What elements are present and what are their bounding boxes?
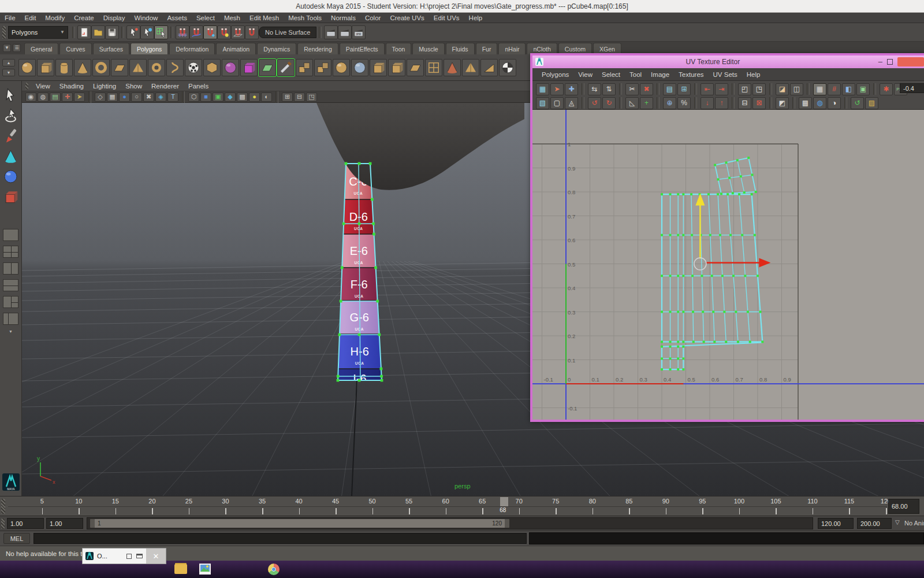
restore-icon[interactable] xyxy=(126,554,132,559)
shelf-combine[interactable] xyxy=(296,59,313,76)
shelf-smooth[interactable] xyxy=(351,59,368,76)
menu-view[interactable]: View xyxy=(31,83,55,90)
normalize-uvs-button[interactable]: ◰ xyxy=(738,83,751,95)
menu-image[interactable]: Image xyxy=(646,71,674,78)
refresh-uvs-button[interactable]: ↺ xyxy=(851,97,864,109)
menu-mesh[interactable]: Mesh xyxy=(219,14,245,21)
menu-select[interactable]: Select xyxy=(192,14,219,21)
shaded-mode-button[interactable]: ● xyxy=(119,92,130,102)
render-current-frame-button[interactable] xyxy=(338,25,352,39)
menu-edit-mesh[interactable]: Edit Mesh xyxy=(245,14,284,21)
menu-edit[interactable]: Edit xyxy=(20,14,41,21)
new-scene-button[interactable] xyxy=(77,25,91,39)
move-uv-shell-tool[interactable]: ✚ xyxy=(565,83,578,95)
move-tool[interactable] xyxy=(3,149,18,164)
menu-display[interactable]: Display xyxy=(99,14,130,21)
render-view-button[interactable] xyxy=(324,25,338,39)
shelf-menu-button[interactable]: ☰ xyxy=(13,44,21,52)
uv-lattice-grid-button[interactable]: ▧ xyxy=(536,97,549,109)
maximize-icon[interactable] xyxy=(136,554,143,558)
uv-snapshot-button[interactable]: ✱ xyxy=(880,83,893,95)
shelf-spike-deform[interactable] xyxy=(444,59,461,76)
snap-grid-button[interactable] xyxy=(176,25,189,39)
shelf-poly-pyramid[interactable] xyxy=(129,59,147,76)
shelf-bevel[interactable] xyxy=(388,59,405,76)
range-slider-track[interactable]: 1 120 xyxy=(87,517,813,529)
hud-text-button[interactable]: T xyxy=(167,92,178,102)
menu-polygons[interactable]: Polygons xyxy=(537,71,573,78)
close-button[interactable] xyxy=(897,57,924,66)
three-pane-split-layout-button[interactable] xyxy=(3,296,18,308)
shelf-wedge-face[interactable] xyxy=(480,59,498,76)
shelf-poly-helix[interactable] xyxy=(166,59,184,76)
minimized-outliner-window[interactable]: O... ✕ xyxy=(82,548,166,564)
menu-lighting[interactable]: Lighting xyxy=(88,83,121,90)
anim-end-field[interactable]: 200.00 xyxy=(857,518,892,529)
uv-editor-canvas[interactable]: -0.100.10.20.30.40.50.60.70.80.910.90.80… xyxy=(532,110,924,420)
menu-view[interactable]: View xyxy=(573,71,597,78)
align-min-u-button[interactable]: ⇤ xyxy=(701,83,714,95)
close-icon[interactable]: ✕ xyxy=(146,549,166,564)
spread-uvs-button[interactable]: ⊠ xyxy=(752,97,766,109)
menu-modify[interactable]: Modify xyxy=(40,14,69,21)
bake-texture-button[interactable]: ▨ xyxy=(865,97,878,109)
flip-image-button[interactable]: ◩ xyxy=(776,97,789,109)
select-object-button[interactable] xyxy=(140,25,154,39)
shelf-bridge[interactable] xyxy=(407,59,424,76)
command-result-field[interactable] xyxy=(529,532,924,544)
shelf-tab-polygons[interactable]: Polygons xyxy=(131,43,168,54)
shelf-poke-face[interactable] xyxy=(462,59,479,76)
menu-normals[interactable]: Normals xyxy=(326,14,360,21)
menu-create-uvs[interactable]: Create UVs xyxy=(385,14,429,21)
snap-projected-center-button[interactable] xyxy=(217,25,231,39)
shelf-mirror-geometry[interactable] xyxy=(259,59,276,76)
grid-toggle-button[interactable]: ▦ xyxy=(107,92,118,102)
shelf-tab-dynamics[interactable]: Dynamics xyxy=(257,43,296,54)
rotate-uvs-ccw-button[interactable]: ↺ xyxy=(588,97,601,109)
menu-tool[interactable]: Tool xyxy=(625,71,646,78)
flip-u-button[interactable]: ⇆ xyxy=(588,83,601,95)
align-min-v-button[interactable]: ↓ xyxy=(701,97,714,109)
command-input[interactable] xyxy=(33,533,527,544)
playback-end-field[interactable]: 120.00 xyxy=(818,518,854,529)
status-line-gripper[interactable] xyxy=(2,26,6,39)
outliner-persp-layout-button[interactable] xyxy=(3,313,18,325)
playback-start-field[interactable]: 1.00 xyxy=(7,518,44,529)
panel-menu-gripper[interactable] xyxy=(25,83,28,90)
wireframe-on-shaded-button[interactable]: ▣ xyxy=(213,92,223,102)
shaded-display-button[interactable]: ■ xyxy=(200,92,211,102)
paint-effects-button[interactable]: ➤ xyxy=(74,92,85,102)
select-shortest-path-button[interactable]: ◬ xyxy=(565,97,578,109)
menu-help[interactable]: Help xyxy=(742,71,765,78)
frame-selected-button[interactable]: ⊟ xyxy=(294,92,305,102)
two-pane-stacked-layout-button[interactable] xyxy=(3,279,18,291)
display-image-button[interactable]: ◪ xyxy=(776,83,789,95)
shelf-tab-xgen[interactable]: XGen xyxy=(593,43,621,54)
shelf-uv-cube-projection[interactable] xyxy=(240,59,258,76)
shelf-tab-muscle[interactable]: Muscle xyxy=(412,43,444,54)
camera-attributes-button[interactable]: ◉ xyxy=(25,92,36,102)
toolbox-more-button[interactable]: ▼ xyxy=(9,329,13,334)
command-line-language-button[interactable]: MEL xyxy=(3,533,30,544)
shelf-poly-cone[interactable] xyxy=(74,59,91,76)
menu-assets[interactable]: Assets xyxy=(162,14,192,21)
single-pane-layout-button[interactable] xyxy=(3,229,18,241)
open-scene-button[interactable] xyxy=(91,25,105,39)
shelf-boolean-union[interactable] xyxy=(333,59,350,76)
menu-shading[interactable]: Shading xyxy=(55,83,88,90)
split-uvs-button[interactable]: ✖ xyxy=(640,83,653,95)
rgb-channels-button[interactable]: ◍ xyxy=(813,97,826,109)
key-light-button[interactable]: ● xyxy=(249,92,260,102)
shelf-checker-material[interactable] xyxy=(499,59,516,76)
shelf-poly-plane[interactable] xyxy=(111,59,128,76)
menu-mesh-tools[interactable]: Mesh Tools xyxy=(284,14,326,21)
photos-icon[interactable] xyxy=(199,563,211,575)
select-hierarchy-button[interactable] xyxy=(126,25,140,39)
shelf-tab-nhair[interactable]: nHair xyxy=(498,43,526,54)
scale-tool[interactable] xyxy=(3,189,18,205)
four-pane-layout-button[interactable] xyxy=(3,246,18,258)
range-handle-right[interactable] xyxy=(505,519,509,528)
shelf-tab-rendering[interactable]: Rendering xyxy=(297,43,338,54)
shelf-tab-animation[interactable]: Animation xyxy=(216,43,256,54)
minimize-icon[interactable]: – xyxy=(878,60,882,63)
